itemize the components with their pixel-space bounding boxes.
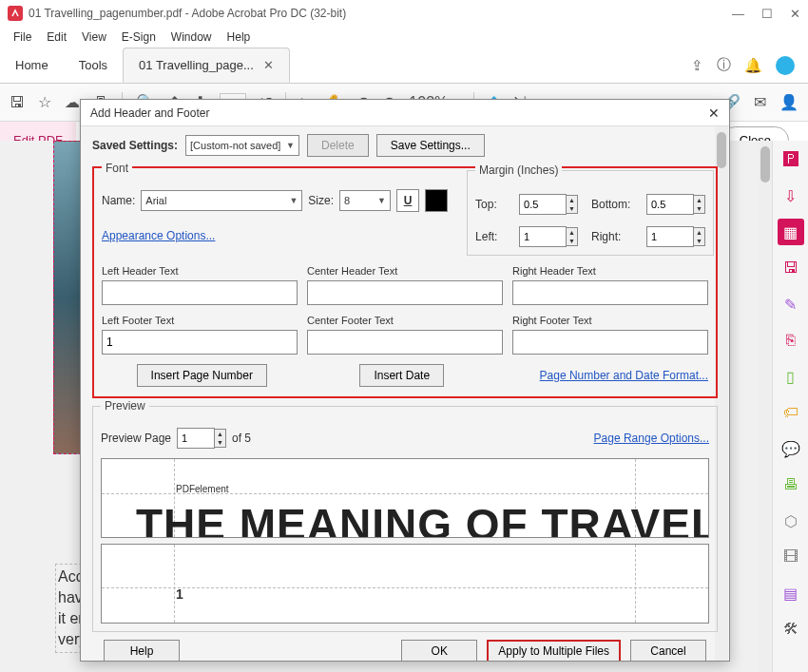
preview-header-pane: PDFelement THE MEANING OF TRAVELING: [101, 458, 709, 538]
mail-icon[interactable]: ✉: [754, 93, 766, 111]
left-footer-input[interactable]: [102, 330, 298, 355]
margin-left-spinner[interactable]: ▲▼: [519, 226, 578, 247]
star-icon[interactable]: ☆: [38, 93, 51, 111]
acrobat-icon: [8, 6, 23, 21]
tab-document[interactable]: 01 Travelling_page... ✕: [123, 48, 290, 83]
preview-of-label: of 5: [232, 432, 251, 445]
tool-sign-icon[interactable]: ✎: [778, 291, 804, 317]
menu-edit[interactable]: Edit: [39, 29, 74, 46]
tabbar: Home Tools 01 Travelling_page... ✕ ⇪ ⓘ 🔔: [0, 48, 808, 84]
document-image: [53, 141, 82, 454]
insert-date-button[interactable]: Insert Date: [359, 364, 444, 387]
tool-protect-icon[interactable]: ⬡: [778, 508, 804, 534]
font-size-select[interactable]: 8▼: [339, 190, 391, 211]
doc-scrollbar[interactable]: [759, 141, 772, 672]
ok-button[interactable]: OK: [401, 640, 477, 661]
menu-help[interactable]: Help: [220, 29, 259, 46]
scrollbar-thumb[interactable]: [760, 146, 770, 182]
preview-footer-number: 1: [176, 586, 183, 602]
window-titlebar: 01 Travelling_pagenumber.pdf - Adobe Acr…: [0, 0, 808, 27]
tool-organize-icon[interactable]: ⎘: [778, 327, 804, 354]
close-tab-icon[interactable]: ✕: [263, 58, 274, 72]
dialog-title: Add Header and Footer: [90, 106, 209, 120]
margin-top-spinner[interactable]: ▲▼: [519, 194, 578, 215]
appearance-options-link[interactable]: Appearance Options...: [102, 229, 215, 242]
right-footer-input[interactable]: [512, 330, 708, 355]
margin-bottom-spinner[interactable]: ▲▼: [646, 194, 705, 215]
tool-redact-icon[interactable]: ▤: [778, 580, 804, 606]
share-icon[interactable]: ⇪: [691, 57, 703, 74]
tool-more-icon[interactable]: 🛠: [778, 616, 804, 643]
help-button[interactable]: Help: [104, 640, 180, 661]
right-footer-label: Right Footer Text: [512, 315, 708, 326]
tool-export-icon[interactable]: ⇩: [778, 182, 804, 209]
preview-page-spinner[interactable]: ▲▼: [177, 428, 226, 449]
preview-header-text: PDFelement: [176, 484, 229, 494]
center-footer-input[interactable]: [307, 330, 503, 355]
left-header-input[interactable]: [102, 280, 298, 305]
tab-home[interactable]: Home: [0, 48, 64, 82]
saved-settings-label: Saved Settings:: [92, 139, 178, 152]
left-header-label: Left Header Text: [102, 265, 298, 277]
tab-tools[interactable]: Tools: [64, 48, 123, 82]
cloud-upload-icon[interactable]: ☁: [65, 93, 80, 111]
scrollbar-thumb[interactable]: [717, 132, 726, 168]
toolstrip: 🅿 ⇩ ▦ 🖫 ✎ ⎘ ▯ 🏷 💬 🖶 ⬡ 🎞 ▤ 🛠: [772, 141, 808, 672]
preview-big-title: THE MEANING OF TRAVELING: [136, 499, 709, 538]
date-format-link[interactable]: Page Number and Date Format...: [540, 369, 708, 382]
tool-media-icon[interactable]: 🎞: [778, 544, 804, 570]
center-footer-label: Center Footer Text: [307, 315, 503, 326]
saved-settings-select[interactable]: [Custom-not saved]▼: [185, 135, 299, 156]
close-window-icon[interactable]: ✕: [790, 7, 800, 21]
right-header-label: Right Header Text: [512, 265, 708, 277]
font-size-label: Size:: [308, 194, 334, 207]
menu-file[interactable]: File: [6, 29, 39, 46]
margin-right-label: Right:: [591, 230, 641, 243]
save-icon[interactable]: 🖫: [10, 94, 25, 111]
tool-save-icon[interactable]: 🖫: [778, 255, 804, 281]
margin-top-label: Top:: [475, 198, 513, 211]
font-name-select[interactable]: Arial▼: [141, 190, 302, 211]
tool-print-icon[interactable]: 🖶: [778, 471, 804, 498]
preview-section-label: Preview: [101, 399, 149, 413]
maximize-icon[interactable]: ☐: [761, 7, 773, 21]
font-section-label: Font: [102, 162, 132, 175]
margin-bottom-label: Bottom:: [591, 198, 641, 211]
tool-create-pdf-icon[interactable]: 🅿: [778, 146, 804, 173]
margin-right-spinner[interactable]: ▲▼: [646, 226, 705, 247]
save-settings-button[interactable]: Save Settings...: [376, 134, 485, 157]
minimize-icon[interactable]: —: [732, 7, 744, 21]
tool-compress-icon[interactable]: ▯: [778, 363, 804, 390]
tool-comment-icon[interactable]: 💬: [778, 435, 804, 462]
dialog-titlebar: Add Header and Footer ✕: [81, 100, 729, 126]
tab-document-label: 01 Travelling_page...: [139, 58, 254, 72]
right-header-input[interactable]: [512, 280, 708, 305]
menu-window[interactable]: Window: [164, 29, 220, 46]
left-footer-label: Left Footer Text: [102, 315, 298, 326]
avatar[interactable]: [776, 56, 795, 75]
center-header-input[interactable]: [307, 280, 503, 305]
page-range-options-link[interactable]: Page Range Options...: [594, 432, 709, 445]
help-icon[interactable]: ⓘ: [717, 56, 731, 74]
preview-page-label: Preview Page: [101, 432, 171, 445]
font-name-label: Name:: [102, 194, 135, 207]
menu-esign[interactable]: E-Sign: [114, 29, 164, 46]
delete-button[interactable]: Delete: [307, 134, 369, 157]
header-footer-dialog: Add Header and Footer ✕ Saved Settings: …: [80, 99, 730, 662]
tool-edit-pdf-icon[interactable]: ▦: [778, 219, 804, 245]
insert-page-number-button[interactable]: Insert Page Number: [137, 364, 267, 387]
menubar: File Edit View E-Sign Window Help: [0, 27, 808, 48]
bell-icon[interactable]: 🔔: [744, 57, 762, 74]
center-header-label: Center Header Text: [307, 265, 503, 277]
font-color-button[interactable]: [425, 189, 448, 212]
window-title: 01 Travelling_pagenumber.pdf - Adobe Acr…: [29, 7, 346, 20]
margin-left-label: Left:: [475, 230, 513, 243]
margin-section-label: Margin (Inches): [475, 163, 562, 177]
close-dialog-icon[interactable]: ✕: [708, 106, 720, 121]
apply-multiple-button[interactable]: Apply to Multiple Files: [487, 640, 621, 661]
menu-view[interactable]: View: [74, 29, 114, 46]
cancel-button[interactable]: Cancel: [630, 640, 706, 661]
underline-button[interactable]: U: [396, 189, 419, 212]
tool-stamp-icon[interactable]: 🏷: [778, 399, 804, 426]
person-icon[interactable]: 👤: [779, 93, 798, 111]
